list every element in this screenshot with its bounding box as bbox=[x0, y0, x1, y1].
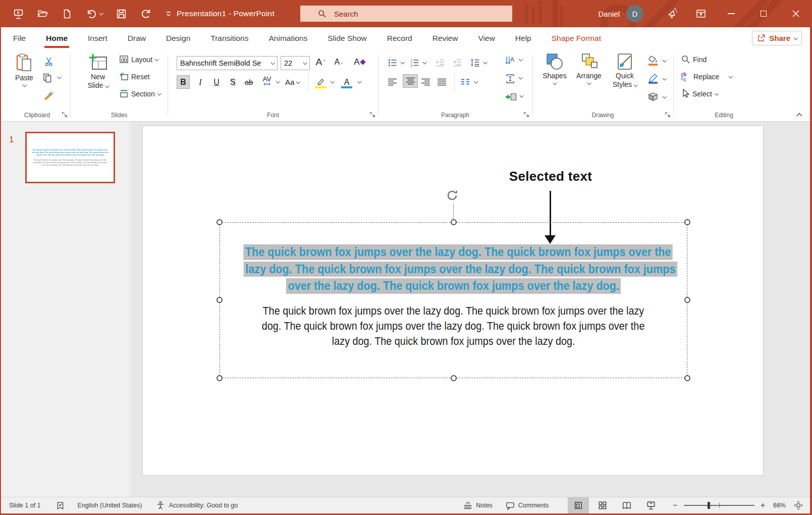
undo-icon[interactable] bbox=[86, 8, 102, 19]
zoom-slider-handle[interactable] bbox=[708, 502, 710, 509]
close-button[interactable] bbox=[780, 0, 812, 27]
chevron-down-icon[interactable] bbox=[474, 79, 478, 83]
normal-paragraph[interactable]: The quick brown fox jumps over the lazy … bbox=[220, 304, 687, 349]
selected-text-line[interactable]: lazy dog. The quick brown fox jumps over… bbox=[220, 262, 687, 279]
quick-styles-button[interactable]: Quick Styles bbox=[608, 53, 641, 89]
tab-shape-format[interactable]: Shape Format bbox=[552, 27, 601, 49]
shape-effects-button[interactable] bbox=[646, 90, 660, 104]
slide-indicator[interactable]: Slide 1 of 1 bbox=[9, 502, 41, 509]
text-direction-button[interactable]: A bbox=[505, 54, 516, 67]
align-left-button[interactable] bbox=[388, 75, 397, 88]
paste-button[interactable]: Paste bbox=[11, 53, 37, 87]
chevron-down-icon[interactable] bbox=[276, 79, 280, 83]
tab-design[interactable]: Design bbox=[166, 27, 190, 49]
tab-animations[interactable]: Animations bbox=[268, 27, 307, 49]
selected-text-line[interactable]: over the lazy dog. The quick brown fox j… bbox=[220, 278, 687, 295]
clear-formatting-button[interactable]: A bbox=[353, 55, 366, 69]
slide-thumbnail[interactable]: The quick brown fox jumps over the lazy … bbox=[25, 132, 115, 183]
tab-slide-show[interactable]: Slide Show bbox=[328, 27, 367, 49]
resize-handle-middle-left[interactable] bbox=[216, 297, 223, 303]
minimize-button[interactable] bbox=[715, 0, 747, 27]
italic-button[interactable]: I bbox=[194, 75, 207, 89]
resize-handle-bottom-center[interactable] bbox=[451, 375, 457, 381]
selected-text-line[interactable]: The quick brown fox jumps over the lazy … bbox=[220, 244, 687, 262]
spell-check-button[interactable] bbox=[56, 501, 65, 510]
format-painter-button[interactable] bbox=[41, 88, 56, 101]
align-center-button[interactable] bbox=[403, 74, 418, 88]
language-button[interactable]: English (United States) bbox=[78, 502, 142, 509]
normal-text-line[interactable]: dog. The quick brown fox jumps over the … bbox=[220, 319, 687, 334]
tab-view[interactable]: View bbox=[478, 27, 495, 49]
chevron-down-icon[interactable] bbox=[330, 79, 334, 83]
tab-transitions[interactable]: Transitions bbox=[210, 27, 248, 49]
font-color-button[interactable]: A bbox=[340, 75, 354, 89]
avatar[interactable]: D bbox=[626, 5, 643, 22]
chevron-down-icon[interactable] bbox=[99, 11, 103, 15]
open-file-icon[interactable] bbox=[37, 9, 48, 19]
selected-paragraph[interactable]: The quick brown fox jumps over the lazy … bbox=[220, 244, 687, 295]
replace-button[interactable]: b c Replace bbox=[680, 72, 732, 82]
section-button[interactable]: Section bbox=[119, 89, 160, 98]
tab-home[interactable]: Home bbox=[46, 27, 68, 49]
chevron-down-icon[interactable] bbox=[400, 60, 404, 64]
numbering-button[interactable]: 1 2 3 bbox=[410, 56, 420, 69]
resize-handle-top-left[interactable] bbox=[216, 219, 223, 225]
font-name-select[interactable]: Bahnschrift SemiBold Se bbox=[177, 56, 278, 70]
reading-view-button[interactable] bbox=[616, 497, 637, 514]
layout-button[interactable]: Layout bbox=[119, 55, 158, 64]
tab-record[interactable]: Record bbox=[387, 27, 412, 49]
chevron-down-icon[interactable] bbox=[518, 57, 522, 61]
zoom-in-button[interactable]: + bbox=[761, 501, 765, 510]
ribbon-display-options-icon[interactable] bbox=[687, 0, 715, 27]
increase-indent-button[interactable] bbox=[452, 56, 462, 69]
normal-text-line[interactable]: lazy dog. The quick brown fox jumps over… bbox=[220, 334, 687, 349]
chevron-down-icon[interactable] bbox=[793, 36, 797, 40]
shrink-font-button[interactable]: A⌃ bbox=[333, 55, 346, 69]
shape-outline-button[interactable] bbox=[646, 72, 660, 85]
slideshow-view-button[interactable] bbox=[640, 497, 662, 514]
resize-handle-bottom-right[interactable] bbox=[684, 375, 690, 381]
text-shadow-button[interactable]: S bbox=[226, 75, 239, 89]
zoom-out-button[interactable]: − bbox=[673, 501, 677, 510]
copy-button[interactable] bbox=[40, 71, 55, 84]
decrease-indent-button[interactable] bbox=[435, 56, 445, 69]
user-name[interactable]: Daniel bbox=[598, 10, 620, 18]
chevron-down-icon[interactable] bbox=[518, 75, 522, 79]
shape-fill-button[interactable] bbox=[646, 54, 660, 67]
slide[interactable]: Selected text The quick brown fox jumps … bbox=[143, 126, 763, 475]
tab-insert[interactable]: Insert bbox=[88, 27, 107, 49]
cut-button[interactable] bbox=[42, 55, 57, 68]
chevron-down-icon[interactable] bbox=[57, 75, 61, 79]
chevron-down-icon[interactable] bbox=[519, 93, 523, 97]
fit-slide-to-window-button[interactable] bbox=[794, 501, 803, 510]
convert-to-smartart-button[interactable] bbox=[505, 90, 517, 104]
tab-draw[interactable]: Draw bbox=[128, 27, 146, 49]
chevron-down-icon[interactable] bbox=[483, 60, 487, 64]
resize-handle-middle-right[interactable] bbox=[684, 297, 690, 303]
comments-button[interactable]: Comments bbox=[506, 501, 549, 510]
character-spacing-button[interactable]: AV bbox=[260, 74, 274, 88]
line-spacing-button[interactable] bbox=[470, 56, 480, 69]
find-button[interactable]: Find bbox=[681, 55, 707, 64]
chevron-down-icon[interactable] bbox=[662, 94, 666, 98]
slide-sorter-view-button[interactable] bbox=[592, 497, 613, 514]
underline-button[interactable]: U bbox=[210, 75, 223, 89]
drawing-dialog-launcher[interactable] bbox=[664, 111, 671, 118]
rotate-handle-icon[interactable] bbox=[446, 189, 459, 202]
font-dialog-launcher[interactable] bbox=[369, 111, 375, 118]
shapes-button[interactable]: Shapes bbox=[539, 53, 570, 85]
font-size-select[interactable]: 22 bbox=[281, 56, 310, 70]
change-case-button[interactable]: Aa bbox=[285, 75, 299, 89]
new-slide-button[interactable]: New Slide bbox=[84, 53, 112, 90]
chevron-down-icon[interactable] bbox=[422, 60, 426, 64]
save-icon[interactable] bbox=[116, 9, 127, 19]
strikethrough-button[interactable]: ab bbox=[242, 75, 255, 89]
tab-file[interactable]: File bbox=[13, 27, 26, 49]
coming-soon-megaphone-icon[interactable] bbox=[659, 0, 687, 27]
chevron-down-icon[interactable] bbox=[357, 79, 361, 83]
arrange-button[interactable]: Arrange bbox=[573, 53, 605, 85]
share-button[interactable]: Share bbox=[752, 31, 802, 45]
tab-review[interactable]: Review bbox=[432, 27, 458, 49]
align-text-button[interactable] bbox=[505, 72, 516, 85]
bold-button[interactable]: B bbox=[177, 75, 190, 89]
